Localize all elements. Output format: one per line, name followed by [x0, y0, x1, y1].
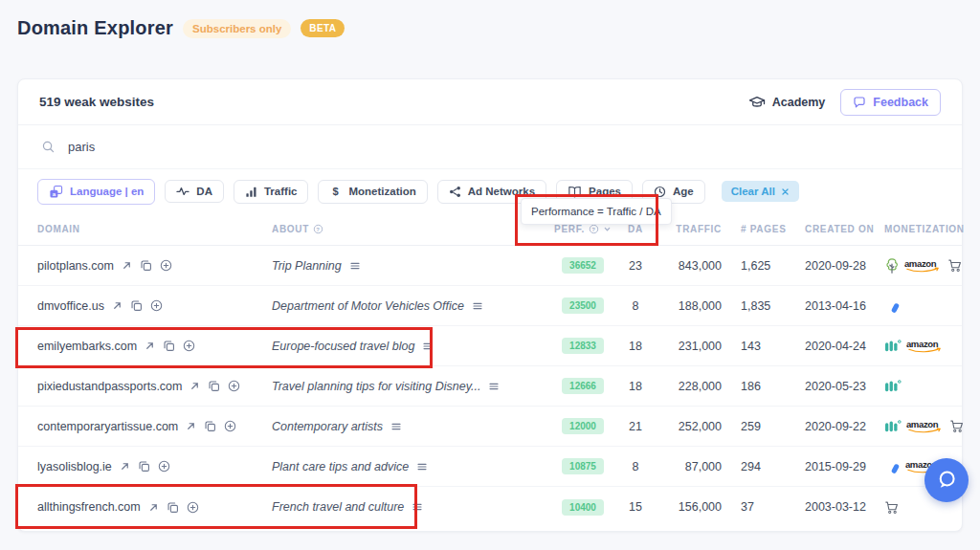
perf-badge: 12666 [562, 378, 604, 394]
column-about: ABOUT [272, 224, 549, 234]
external-link-icon[interactable] [148, 502, 159, 513]
filter-row: Language | en DA Traffic Monetization Ad… [18, 169, 962, 213]
search-input[interactable] [68, 140, 451, 154]
chevron-down-icon [603, 225, 612, 233]
beta-badge: BETA [301, 19, 345, 37]
domain-link[interactable]: contemporaryartissue.com [37, 420, 178, 433]
feedback-button[interactable]: Feedback [840, 89, 941, 116]
da-value: 8 [616, 299, 655, 313]
menu-icon[interactable] [349, 260, 361, 272]
tree-icon [884, 257, 900, 275]
mediavine-icon [884, 379, 902, 394]
filter-age-label: Age [673, 186, 694, 197]
chat-bubble-icon [934, 468, 959, 493]
table-row: dmvoffice.us Department of Motor Vehicle… [18, 286, 962, 326]
traffic-value: 252,000 [655, 420, 729, 433]
external-link-icon[interactable] [189, 381, 200, 391]
external-link-icon[interactable] [120, 461, 130, 472]
domain-link[interactable]: allthingsfrench.com [37, 500, 141, 514]
mediavine-icon [884, 339, 902, 354]
clear-all-chip[interactable]: Clear All [722, 181, 799, 202]
domain-link[interactable]: emilyembarks.com [37, 340, 137, 353]
traffic-value: 843,000 [655, 259, 729, 273]
filter-da-button[interactable]: DA [165, 180, 224, 203]
pages-value: 186 [729, 380, 805, 393]
chat-button[interactable] [924, 458, 969, 502]
column-traffic: TRAFFIC [655, 224, 729, 234]
filter-da-label: DA [196, 186, 212, 197]
domain-link[interactable]: pixiedustandpassports.com [37, 380, 182, 393]
copy-icon[interactable] [140, 259, 152, 272]
menu-icon[interactable] [416, 461, 428, 473]
column-da: DA [616, 224, 655, 234]
bar-chart-icon [245, 186, 257, 198]
created-value: 2020-09-22 [805, 420, 884, 433]
menu-icon[interactable] [472, 300, 483, 312]
amazon-logo [903, 258, 944, 273]
copy-icon[interactable] [204, 420, 216, 432]
cart-icon [949, 419, 964, 433]
traffic-value: 87,000 [655, 460, 729, 473]
perf-badge: 36652 [562, 257, 604, 274]
speech-bubble-icon [853, 96, 866, 109]
results-card: 519 weak websites Academy Feedback Langu… [17, 78, 963, 532]
translate-icon [49, 185, 63, 199]
da-value: 23 [616, 259, 655, 273]
menu-icon[interactable] [390, 421, 402, 432]
external-link-icon[interactable] [145, 341, 155, 351]
da-value: 21 [616, 420, 655, 433]
add-icon[interactable] [228, 380, 240, 392]
monetization-cell [884, 297, 962, 314]
column-created: CREATED ON [805, 224, 884, 234]
copy-icon[interactable] [138, 460, 150, 473]
column-domain: DOMAIN [37, 224, 272, 234]
copy-icon[interactable] [130, 299, 143, 312]
traffic-value: 188,000 [655, 299, 729, 313]
graduation-cap-icon [748, 95, 766, 110]
clock-icon [654, 186, 666, 198]
da-value: 18 [616, 380, 655, 393]
copy-icon[interactable] [163, 340, 175, 352]
traffic-value: 228,000 [655, 380, 729, 393]
external-link-icon[interactable] [186, 421, 196, 431]
menu-icon[interactable] [422, 341, 434, 352]
page-title: Domain Explorer [17, 17, 173, 39]
filter-traffic-button[interactable]: Traffic [234, 180, 309, 204]
close-icon[interactable] [781, 187, 790, 196]
add-icon[interactable] [158, 460, 170, 473]
external-link-icon[interactable] [112, 300, 122, 311]
traffic-value: 156,000 [655, 500, 729, 514]
copy-icon[interactable] [167, 501, 179, 514]
add-icon[interactable] [150, 299, 163, 312]
monetization-cell [884, 419, 964, 434]
copy-icon[interactable] [208, 380, 220, 392]
menu-icon[interactable] [488, 381, 500, 392]
filter-language-button[interactable]: Language | en [37, 179, 155, 205]
monetization-cell [884, 500, 962, 515]
menu-icon[interactable] [412, 501, 423, 513]
column-perf[interactable]: PERF. [549, 224, 616, 234]
share-icon [449, 186, 461, 198]
domain-link[interactable]: dmvoffice.us [37, 299, 104, 313]
add-icon[interactable] [187, 501, 199, 514]
add-icon[interactable] [183, 340, 195, 352]
created-value: 2020-05-23 [805, 380, 884, 393]
add-icon[interactable] [224, 420, 236, 432]
add-icon[interactable] [160, 259, 172, 272]
search-row [18, 125, 962, 169]
amazon-logo [905, 339, 946, 353]
perf-badge: 23500 [562, 297, 604, 314]
created-value: 2020-09-28 [805, 259, 884, 273]
academy-link[interactable]: Academy [748, 95, 826, 110]
adsense-icon [884, 297, 901, 314]
domain-link[interactable]: pilotplans.com [37, 259, 114, 273]
external-link-icon[interactable] [122, 260, 132, 271]
about-text: Department of Motor Vehicles Office [272, 299, 464, 313]
column-pages: # PAGES [729, 224, 805, 234]
cart-icon [947, 258, 962, 273]
filter-monetization-button[interactable]: Monetization [318, 180, 427, 204]
monetization-cell [884, 257, 962, 275]
amazon-logo [905, 419, 946, 433]
domain-link[interactable]: lyasolisblog.ie [37, 460, 112, 473]
about-text: Plant care tips and advice [272, 460, 409, 473]
